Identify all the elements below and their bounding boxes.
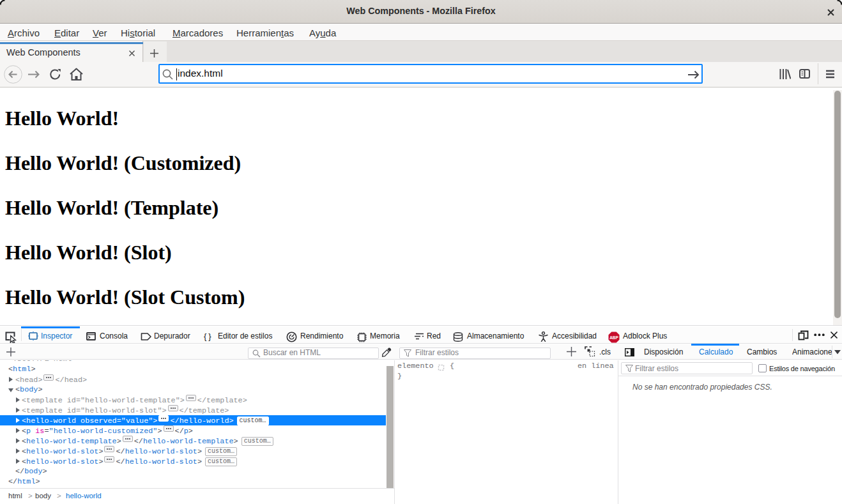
svg-text:ABP: ABP xyxy=(609,335,618,340)
